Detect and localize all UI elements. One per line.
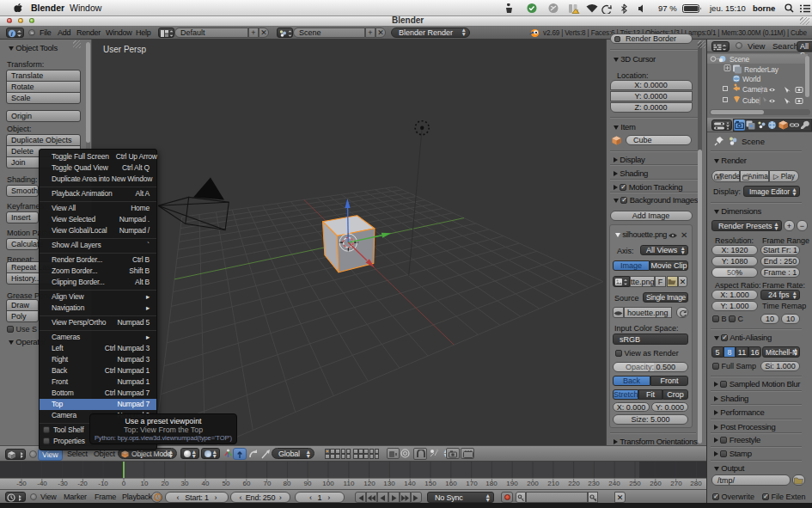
svg-text:Cube: Cube: [742, 96, 760, 105]
svg-text:RenderLay: RenderLay: [744, 65, 779, 74]
svg-text:|: |: [759, 96, 760, 105]
svg-text:|: |: [760, 85, 762, 94]
svg-text:Scene: Scene: [730, 55, 750, 64]
svg-text:World: World: [742, 75, 761, 83]
svg-text:Camera: Camera: [742, 85, 768, 94]
